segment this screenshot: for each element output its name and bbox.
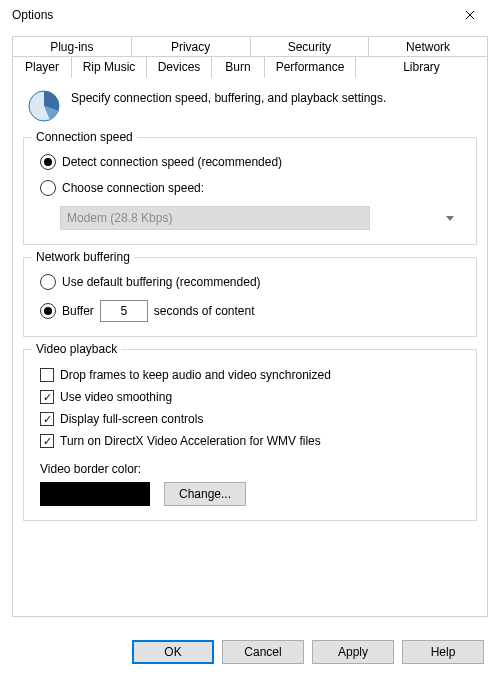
window-title: Options [8, 8, 448, 22]
help-button[interactable]: Help [402, 640, 484, 664]
tab-devices[interactable]: Devices [146, 56, 212, 78]
tab-performance[interactable]: Performance [264, 56, 356, 78]
close-icon [465, 10, 475, 20]
swatch-border-color [40, 482, 150, 506]
label-choose-speed: Choose connection speed: [62, 181, 204, 195]
tab-rip-music[interactable]: Rip Music [71, 56, 147, 78]
button-change-color[interactable]: Change... [164, 482, 246, 506]
label-detect-speed: Detect connection speed (recommended) [62, 155, 282, 169]
close-button[interactable] [448, 0, 492, 30]
label-fullscreen-controls: Display full-screen controls [60, 412, 203, 426]
tab-library[interactable]: Library [355, 56, 488, 78]
ok-button[interactable]: OK [132, 640, 214, 664]
checkbox-fullscreen-controls[interactable] [40, 412, 54, 426]
tab-panel: Specify connection speed, buffering, and… [12, 77, 488, 617]
label-border-color: Video border color: [40, 462, 464, 476]
combo-connection-speed[interactable]: Modem (28.8 Kbps) [60, 206, 370, 230]
tab-player[interactable]: Player [12, 56, 72, 78]
checkbox-directx-accel[interactable] [40, 434, 54, 448]
label-video-smoothing: Use video smoothing [60, 390, 172, 404]
tab-security[interactable]: Security [250, 36, 370, 57]
radio-choose-speed[interactable] [40, 180, 56, 196]
tab-privacy[interactable]: Privacy [131, 36, 251, 57]
radio-detect-speed[interactable] [40, 154, 56, 170]
radio-default-buffering[interactable] [40, 274, 56, 290]
checkbox-video-smoothing[interactable] [40, 390, 54, 404]
label-drop-frames: Drop frames to keep audio and video sync… [60, 368, 331, 382]
label-buffer: Buffer [62, 304, 94, 318]
group-legend-video: Video playback [32, 342, 121, 356]
titlebar: Options [0, 0, 500, 30]
cancel-button[interactable]: Cancel [222, 640, 304, 664]
group-connection-speed: Connection speed Detect connection speed… [23, 137, 477, 245]
radio-buffer[interactable] [40, 303, 56, 319]
group-legend-buffering: Network buffering [32, 250, 134, 264]
label-buffer-suffix: seconds of content [154, 304, 255, 318]
label-directx-accel: Turn on DirectX Video Acceleration for W… [60, 434, 321, 448]
dialog-footer: OK Cancel Apply Help [0, 640, 500, 664]
apply-button[interactable]: Apply [312, 640, 394, 664]
performance-icon [27, 89, 61, 123]
tab-network[interactable]: Network [368, 36, 488, 57]
tabs-row-top: Plug-ins Privacy Security Network [12, 36, 488, 56]
group-legend-connection: Connection speed [32, 130, 137, 144]
group-network-buffering: Network buffering Use default buffering … [23, 257, 477, 337]
input-buffer-seconds[interactable] [100, 300, 148, 322]
group-video-playback: Video playback Drop frames to keep audio… [23, 349, 477, 521]
tab-burn[interactable]: Burn [211, 56, 265, 78]
tab-plug-ins[interactable]: Plug-ins [12, 36, 132, 57]
checkbox-drop-frames[interactable] [40, 368, 54, 382]
tabs-row-bottom: Player Rip Music Devices Burn Performanc… [12, 56, 488, 77]
label-default-buffering: Use default buffering (recommended) [62, 275, 261, 289]
panel-description: Specify connection speed, buffering, and… [71, 89, 386, 105]
